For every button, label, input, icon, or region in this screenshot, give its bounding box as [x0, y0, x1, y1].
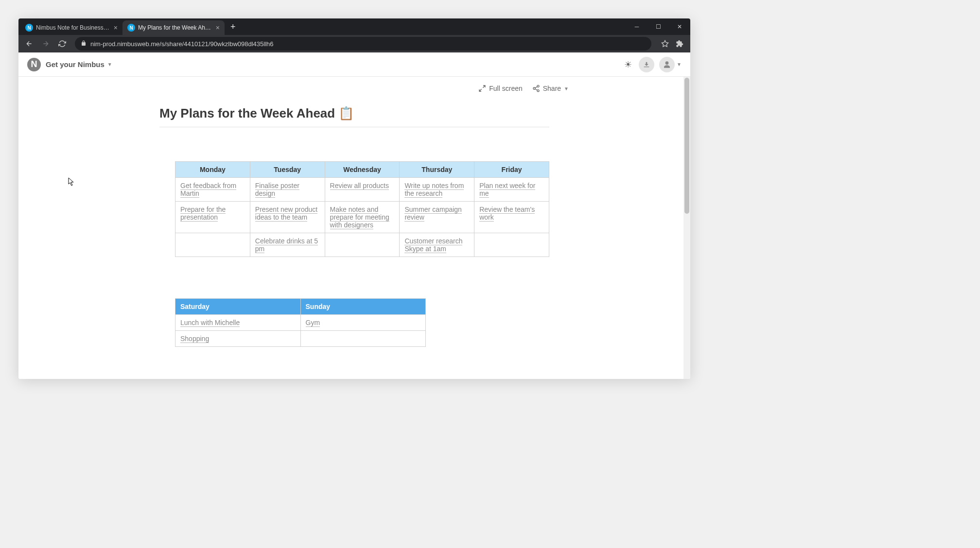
table-row: Shopping	[175, 331, 426, 347]
table-cell[interactable]: Lunch with Michelle	[175, 315, 301, 331]
extensions-button[interactable]	[673, 37, 686, 51]
table-cell[interactable]: Write up notes from the research	[400, 178, 474, 202]
table-cell[interactable]: Make notes and prepare for meeting with …	[325, 202, 400, 233]
weekday-table: Monday Tuesday Wednesday Thursday Friday…	[175, 161, 549, 257]
tab-title: Nimbus Note for Business - Org	[36, 24, 111, 31]
table-row: Lunch with Michelle Gym	[175, 315, 426, 331]
browser-window: N Nimbus Note for Business - Org × N My …	[18, 18, 690, 379]
chevron-down-icon: ▼	[107, 62, 112, 67]
tab-favicon: N	[127, 24, 135, 32]
close-icon[interactable]: ×	[216, 24, 220, 31]
tab-bar: N Nimbus Note for Business - Org × N My …	[18, 18, 690, 35]
table-cell[interactable]: Shopping	[175, 331, 301, 347]
chevron-down-icon: ▼	[564, 86, 569, 91]
svg-point-1	[533, 87, 535, 89]
nav-bar: nim-prod.nimbusweb.me/s/share/4410121/90…	[18, 35, 690, 52]
fullscreen-label: Full screen	[489, 85, 522, 92]
table-cell[interactable]: Celebrate drinks at 5 pm	[250, 233, 325, 257]
table-cell[interactable]: Gym	[300, 315, 426, 331]
theme-toggle[interactable]: ☀	[622, 57, 634, 72]
app-header: N Get your Nimbus ▼ ☀ ▼	[18, 52, 690, 77]
column-header: Sunday	[300, 299, 426, 315]
table-cell[interactable]: Review all products	[325, 178, 400, 202]
scrollbar[interactable]	[683, 77, 690, 379]
brand-dropdown[interactable]: Get your Nimbus ▼	[46, 60, 112, 68]
table-cell[interactable]	[474, 233, 549, 257]
user-icon	[659, 57, 675, 72]
table-cell[interactable]	[175, 233, 250, 257]
tab-title: My Plans for the Week Ahead 📋	[138, 24, 213, 31]
page-actions: Full screen Share ▼	[18, 77, 690, 92]
browser-tab-2[interactable]: N My Plans for the Week Ahead 📋 ×	[122, 20, 225, 35]
share-label: Share	[543, 85, 561, 92]
table-cell[interactable]: Present new product ideas to the team	[250, 202, 325, 233]
download-button[interactable]	[639, 57, 654, 72]
table-cell[interactable]: Plan next week for me	[474, 178, 549, 202]
minimize-button[interactable]: ─	[626, 18, 648, 35]
column-header: Wednesday	[325, 162, 400, 178]
table-row: Celebrate drinks at 5 pm Customer resear…	[175, 233, 549, 257]
table-cell[interactable]: Summer campaign review	[400, 202, 474, 233]
fullscreen-button[interactable]: Full screen	[478, 85, 522, 92]
table-cell[interactable]: Finalise poster design	[250, 178, 325, 202]
new-tab-button[interactable]: +	[225, 22, 242, 32]
close-icon[interactable]: ×	[114, 24, 118, 31]
user-menu[interactable]: ▼	[659, 57, 682, 72]
table-row: Prepare for the presentation Present new…	[175, 202, 549, 233]
window-controls: ─ ☐ ✕	[626, 18, 690, 35]
table-cell[interactable]	[300, 331, 426, 347]
scrollbar-thumb[interactable]	[684, 78, 689, 214]
table-cell[interactable]: Get feedback from Martin	[175, 178, 250, 202]
browser-tab-1[interactable]: N Nimbus Note for Business - Org ×	[20, 20, 122, 35]
page-title: My Plans for the Week Ahead 📋	[159, 92, 549, 127]
column-header: Friday	[474, 162, 549, 178]
share-button[interactable]: Share ▼	[532, 85, 569, 92]
column-header: Saturday	[175, 299, 301, 315]
close-button[interactable]: ✕	[669, 18, 690, 35]
table-cell[interactable]: Customer research Skype at 1am	[400, 233, 474, 257]
lock-icon	[81, 39, 87, 48]
table-cell[interactable]	[325, 233, 400, 257]
tab-favicon: N	[25, 24, 33, 32]
maximize-button[interactable]: ☐	[648, 18, 669, 35]
svg-point-0	[537, 85, 539, 87]
url-text: nim-prod.nimbusweb.me/s/share/4410121/90…	[90, 40, 274, 48]
address-bar[interactable]: nim-prod.nimbusweb.me/s/share/4410121/90…	[75, 37, 651, 51]
content-area: Full screen Share ▼ My Plans for the Wee…	[18, 77, 690, 379]
back-button[interactable]	[22, 37, 36, 51]
app-logo: N	[27, 58, 41, 71]
chevron-down-icon: ▼	[677, 62, 682, 67]
bookmark-button[interactable]	[658, 37, 672, 51]
column-header: Thursday	[400, 162, 474, 178]
table-cell[interactable]: Prepare for the presentation	[175, 202, 250, 233]
svg-point-2	[537, 90, 539, 92]
table-row: Get feedback from Martin Finalise poster…	[175, 178, 549, 202]
column-header: Monday	[175, 162, 250, 178]
table-cell[interactable]: Review the team's work	[474, 202, 549, 233]
reload-button[interactable]	[55, 37, 69, 51]
column-header: Tuesday	[250, 162, 325, 178]
forward-button[interactable]	[39, 37, 52, 51]
weekend-table: Saturday Sunday Lunch with Michelle Gym …	[175, 298, 426, 347]
brand-label: Get your Nimbus	[46, 60, 105, 68]
